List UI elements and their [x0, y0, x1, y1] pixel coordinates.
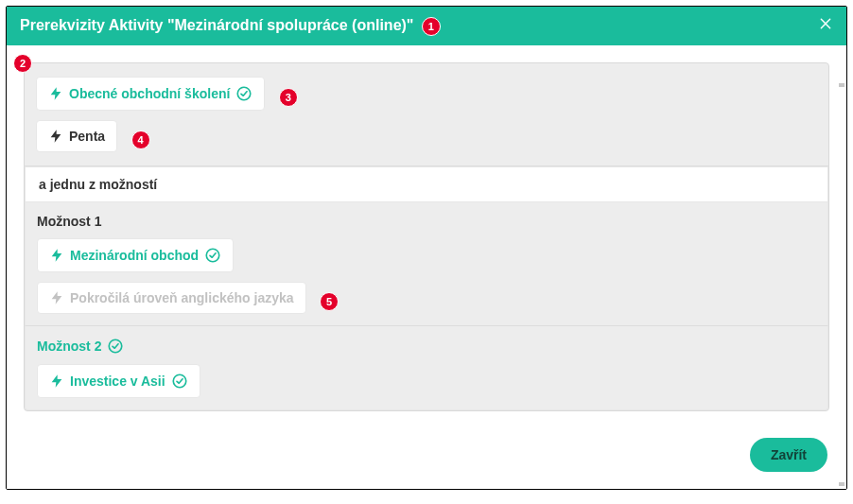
badge-3: 3 — [279, 88, 298, 107]
modal-header: Prerekvizity Aktivity "Mezinárodní spolu… — [7, 7, 846, 45]
close-button[interactable]: Zavřít — [750, 438, 827, 472]
option-2-label: Možnost 2 — [37, 338, 816, 355]
modal-title-text: Prerekvizity Aktivity "Mezinárodní spolu… — [20, 17, 413, 33]
check-circle-icon — [235, 85, 252, 102]
prereq-item-penta[interactable]: Penta — [36, 120, 117, 152]
check-circle-icon — [171, 373, 188, 390]
check-circle-icon — [204, 247, 221, 264]
option-1-label: Možnost 1 — [37, 214, 816, 229]
svg-point-3 — [206, 249, 219, 262]
option-1-block: Možnost 1 Mezinárodní obchod — [25, 202, 828, 326]
svg-point-4 — [110, 339, 123, 353]
prereq-required-block: Obecné obchodní školení 3 Penta — [25, 63, 828, 166]
svg-point-2 — [238, 87, 252, 100]
option-2-block: Možnost 2 Investice v Asii — [25, 326, 828, 410]
one-of-label: a jednu z možností — [39, 177, 157, 192]
modal-title: Prerekvizity Aktivity "Mezinárodní spolu… — [20, 17, 441, 36]
prereq-item-general-training[interactable]: Obecné obchodní školení — [36, 77, 265, 111]
badge-1: 1 — [422, 17, 441, 36]
prerequisites-modal: Prerekvizity Aktivity "Mezinárodní spolu… — [6, 6, 847, 490]
prereq-item-label: Obecné obchodní školení — [69, 86, 230, 101]
prereq-item-label: Mezinárodní obchod — [70, 248, 199, 263]
badge-4: 4 — [131, 130, 150, 149]
lightning-icon — [48, 86, 63, 101]
svg-point-5 — [173, 374, 186, 388]
scroll-area[interactable]: 2 Obecné obchodní školení 3 — [7, 45, 846, 428]
lightning-icon — [49, 248, 64, 263]
lightning-icon — [48, 129, 63, 144]
prereq-item-invest-asia[interactable]: Investice v Asii — [37, 364, 200, 398]
option-2-label-text: Možnost 2 — [37, 339, 101, 354]
prereq-item-label: Investice v Asii — [70, 374, 165, 389]
close-icon[interactable] — [818, 16, 833, 36]
prereq-panel: 2 Obecné obchodní školení 3 — [24, 62, 829, 411]
lightning-icon — [49, 290, 64, 305]
scrollbar[interactable] — [839, 83, 844, 480]
lightning-icon — [49, 374, 64, 389]
one-of-header: a jednu z možností — [25, 166, 828, 202]
modal-body: 2 Obecné obchodní školení 3 — [7, 45, 846, 428]
prereq-item-label: Pokročilá úroveň anglického jazyka — [70, 290, 294, 305]
prereq-item-intl-trade[interactable]: Mezinárodní obchod — [37, 238, 234, 272]
badge-5: 5 — [320, 292, 339, 311]
option-1-label-text: Možnost 1 — [37, 214, 101, 229]
prereq-item-english-advanced[interactable]: Pokročilá úroveň anglického jazyka — [37, 282, 306, 314]
badge-2: 2 — [13, 54, 32, 73]
modal-footer: Zavřít — [7, 428, 846, 489]
prereq-item-label: Penta — [69, 129, 105, 144]
close-button-label: Zavřít — [771, 447, 807, 462]
check-circle-icon — [107, 338, 124, 355]
